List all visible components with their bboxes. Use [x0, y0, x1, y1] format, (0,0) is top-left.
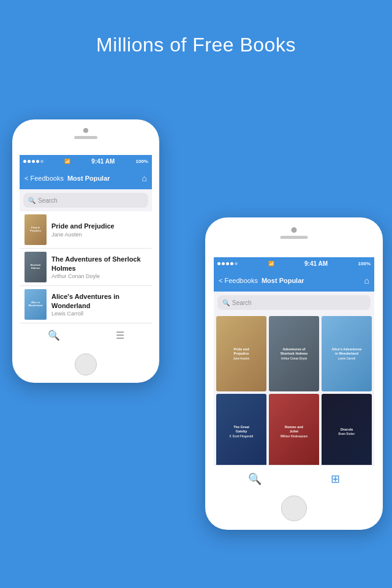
nav-bar-left: < Feedbooks Most Popular ⌂: [20, 167, 152, 189]
search-tab-left[interactable]: 🔍: [48, 330, 60, 341]
screen-left: 📶 9:41 AM 100% < Feedbooks Most Popular …: [20, 155, 152, 347]
back-button-left[interactable]: < Feedbooks: [24, 175, 64, 182]
book-thumb-sherlock: SherlockHolmes: [24, 252, 47, 282]
book-title: Alice's Adventures in Wonderland: [51, 292, 147, 310]
list-item[interactable]: Pride &Prejudice Pride and Prejudice Jan…: [20, 211, 152, 249]
grid-item-alice[interactable]: Alice's Adventuresin Wonderland Lewis Ca…: [322, 316, 372, 391]
search-icon-right: 🔍: [222, 300, 230, 306]
book-title: The Adventures of Sherlock Holmes: [51, 255, 147, 273]
signal-dots-right: [217, 262, 238, 265]
grid-tab-right[interactable]: ⊞: [331, 472, 340, 486]
phone-right: 📶 9:41 AM 100% < Feedbooks Most Popular …: [205, 217, 383, 530]
back-button-right[interactable]: < Feedbooks: [219, 277, 258, 284]
nav-title-left: Most Popular: [67, 175, 110, 182]
wifi-icon-right: 📶: [268, 261, 274, 266]
grid-item-gatsby[interactable]: The GreatGatsby F. Scott Fitzgerald: [216, 394, 266, 469]
camera-right: [292, 227, 297, 233]
tab-bar-left: 🔍 ☰: [20, 323, 152, 347]
list-item[interactable]: SherlockHolmes The Adventures of Sherloc…: [20, 249, 152, 286]
home-button-physical-right[interactable]: [281, 496, 307, 521]
home-button-physical-left[interactable]: [75, 353, 97, 375]
grid-item-dracula[interactable]: Dracula Bram Stoker: [322, 394, 372, 469]
book-info: The Adventures of Sherlock Holmes Arthur…: [51, 255, 147, 279]
book-info: Alice's Adventures in Wonderland Lewis C…: [51, 292, 147, 317]
battery-right: 100%: [358, 261, 371, 266]
speaker-left: [74, 136, 97, 139]
book-thumb-pride: Pride &Prejudice: [24, 214, 47, 245]
book-author: Lewis Carroll: [51, 311, 147, 317]
book-author: Jane Austen: [51, 232, 115, 238]
status-bar-left: 📶 9:41 AM 100%: [20, 155, 152, 167]
home-button-right[interactable]: ⌂: [364, 276, 369, 285]
nav-bar-right: < Feedbooks Most Popular ⌂: [214, 270, 374, 292]
status-time-left: 9:41 AM: [91, 158, 115, 165]
signal-dots: [23, 160, 43, 163]
book-thumb-alice: Alice inWonderland: [24, 289, 47, 320]
book-title: Pride and Prejudice: [51, 222, 115, 230]
search-tab-right[interactable]: 🔍: [248, 472, 262, 486]
grid-item-pride[interactable]: Pride andPrejudice Jane Austen: [216, 316, 266, 391]
search-placeholder-left: Search: [38, 197, 58, 204]
search-bar-right[interactable]: 🔍 Search: [217, 295, 371, 310]
speaker-right: [281, 236, 308, 239]
search-icon-left: 🔍: [28, 197, 36, 204]
nav-title-right: Most Popular: [262, 277, 304, 284]
search-bar-left[interactable]: 🔍 Search: [23, 193, 148, 208]
list-tab-left[interactable]: ☰: [116, 330, 124, 341]
page-headline: Millions of Free Books: [0, 0, 392, 56]
book-author: Arthur Conan Doyle: [51, 273, 147, 279]
grid-item-sherlock[interactable]: Adventures ofSherlock Holmes Arthur Cona…: [269, 316, 319, 391]
camera-left: [83, 128, 88, 133]
book-info: Pride and Prejudice Jane Austen: [51, 222, 115, 237]
home-button-left[interactable]: ⌂: [142, 173, 147, 183]
phone-left: 📶 9:41 AM 100% < Feedbooks Most Popular …: [12, 119, 159, 383]
search-placeholder-right: Search: [232, 300, 252, 306]
grid-item-romeo[interactable]: Romeo andJuliet William Shakespeare: [269, 394, 319, 469]
status-bar-right: 📶 9:41 AM 100%: [214, 257, 374, 270]
phone-left-top: [74, 128, 97, 139]
wifi-icon-left: 📶: [64, 159, 70, 164]
status-time-right: 9:41 AM: [304, 260, 328, 267]
list-item[interactable]: Alice inWonderland Alice's Adventures in…: [20, 286, 152, 323]
phone-right-top: [281, 227, 308, 239]
tab-bar-right: 🔍 ⊞: [214, 465, 374, 492]
battery-left: 100%: [136, 159, 148, 164]
screen-right: 📶 9:41 AM 100% < Feedbooks Most Popular …: [214, 257, 374, 492]
